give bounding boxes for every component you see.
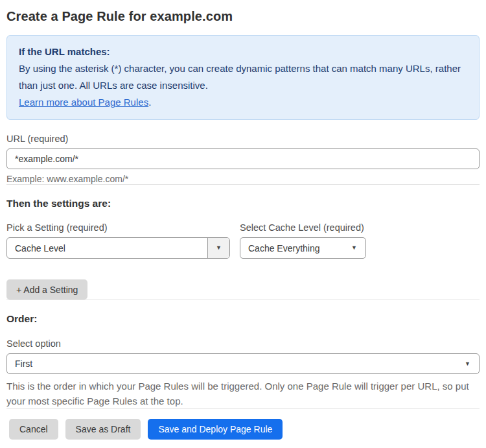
- url-example-helper: Example: www.example.com/*: [6, 174, 480, 184]
- order-select-arrow: ▼: [465, 361, 479, 367]
- save-deploy-button[interactable]: Save and Deploy Page Rule: [148, 419, 283, 440]
- settings-row: Pick a Setting (required) Cache Level ▼ …: [6, 209, 480, 259]
- setting-picker-select[interactable]: Cache Level ▼: [6, 237, 230, 259]
- info-box-heading: If the URL matches:: [19, 43, 467, 60]
- order-section-heading: Order:: [6, 313, 480, 325]
- setting-picker-arrow-button[interactable]: ▼: [207, 238, 229, 258]
- page-rule-form: Create a Page Rule for example.com If th…: [0, 0, 486, 440]
- link-suffix: .: [148, 97, 151, 108]
- cancel-button[interactable]: Cancel: [9, 419, 58, 440]
- order-select-value: First: [7, 359, 465, 369]
- cache-level-select[interactable]: Cache Everything ▼: [240, 237, 366, 259]
- cache-level-arrow: ▼: [351, 245, 365, 251]
- chevron-down-icon: ▼: [465, 361, 470, 367]
- page-title: Create a Page Rule for example.com: [6, 9, 480, 24]
- url-match-info-box: If the URL matches: By using the asteris…: [6, 35, 480, 120]
- info-box-link-line: Learn more about Page Rules.: [19, 94, 467, 111]
- cache-level-label: Select Cache Level (required): [240, 222, 366, 233]
- chevron-down-icon: ▼: [351, 245, 357, 251]
- url-field-label: URL (required): [6, 134, 480, 144]
- setting-picker-value: Cache Level: [7, 243, 207, 253]
- setting-picker-label: Pick a Setting (required): [6, 222, 230, 233]
- save-draft-button[interactable]: Save as Draft: [65, 419, 141, 440]
- info-box-body: By using the asterisk (*) character, you…: [19, 60, 467, 94]
- order-select[interactable]: First ▼: [6, 353, 480, 374]
- divider: [6, 300, 480, 300]
- cache-level-column: Select Cache Level (required) Cache Ever…: [240, 209, 366, 259]
- divider: [6, 184, 480, 185]
- form-actions: Cancel Save as Draft Save and Deploy Pag…: [6, 419, 480, 440]
- add-setting-button[interactable]: + Add a Setting: [6, 279, 87, 300]
- settings-section-heading: Then the settings are:: [6, 198, 480, 209]
- order-select-label: Select option: [6, 338, 480, 349]
- order-helper-text: This is the order in which your Page Rul…: [6, 379, 473, 408]
- setting-picker-column: Pick a Setting (required) Cache Level ▼: [6, 209, 230, 259]
- cache-level-value: Cache Everything: [240, 243, 351, 253]
- chevron-down-icon: ▼: [216, 245, 222, 251]
- divider: [6, 408, 480, 409]
- url-input[interactable]: [6, 148, 480, 169]
- learn-more-link[interactable]: Learn more about Page Rules: [19, 97, 148, 108]
